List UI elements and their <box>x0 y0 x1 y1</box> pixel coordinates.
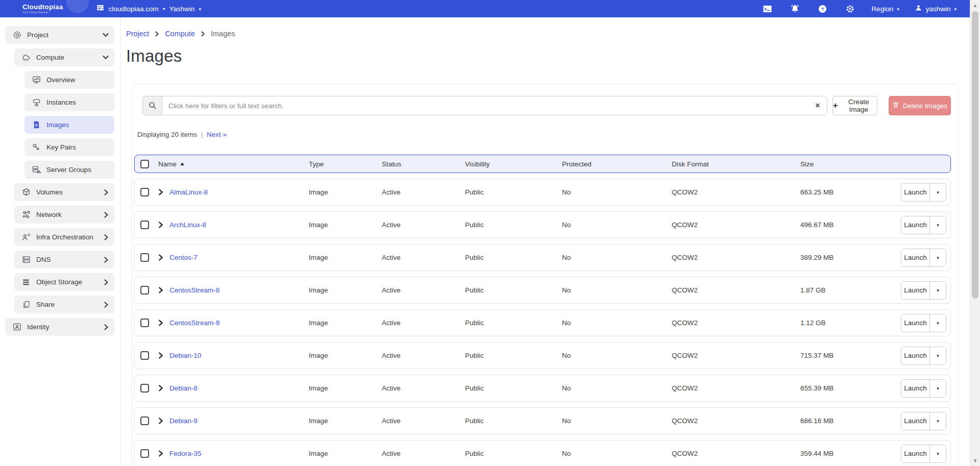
delete-images-button[interactable]: Delete Images <box>889 96 951 115</box>
launch-button[interactable]: Launch <box>901 347 929 364</box>
row-expand-toggle[interactable] <box>158 222 169 228</box>
domain-project-switcher[interactable]: cloudtopiaa.com • Yashwin ▾ <box>96 4 202 14</box>
image-status: Active <box>382 384 465 392</box>
row-expand-toggle[interactable] <box>158 320 169 326</box>
launch-dropdown-toggle[interactable]: ▾ <box>929 282 946 299</box>
sidebar-item-label: DNS <box>36 256 51 263</box>
sidebar-item-instances[interactable]: Instances <box>24 93 114 111</box>
next-page-link[interactable]: Next » <box>207 131 227 138</box>
filter-search-input[interactable] <box>162 96 808 115</box>
sidebar-item-volumes[interactable]: Volumes <box>14 183 114 201</box>
row-expand-toggle[interactable] <box>158 450 169 457</box>
create-image-label: Create Image <box>840 98 877 113</box>
clear-search-button[interactable]: × <box>808 96 827 115</box>
image-name-link[interactable]: ArchLinux-8 <box>169 221 206 229</box>
image-name-link[interactable]: Centos-7 <box>169 254 198 261</box>
launch-button[interactable]: Launch <box>901 412 929 430</box>
table-row: Debian-9 Image Active Public No QCOW2 68… <box>134 407 951 434</box>
launch-button[interactable]: Launch <box>901 380 929 397</box>
launch-dropdown-toggle[interactable]: ▾ <box>929 445 946 462</box>
row-expand-toggle[interactable] <box>158 189 169 195</box>
column-header-name[interactable]: Name <box>158 160 309 168</box>
table-row: Debian-8 Image Active Public No QCOW2 65… <box>134 375 951 402</box>
delete-images-label: Delete Images <box>903 102 947 110</box>
scrollbar-thumb[interactable] <box>972 11 978 299</box>
row-expand-toggle[interactable] <box>158 352 169 359</box>
row-expand-toggle[interactable] <box>158 385 169 391</box>
create-image-button[interactable]: + Create Image <box>832 96 877 115</box>
row-checkbox[interactable] <box>140 286 149 295</box>
launch-dropdown-toggle[interactable]: ▾ <box>929 380 946 397</box>
notifications-bell-icon[interactable] <box>790 4 800 14</box>
launch-button[interactable]: Launch <box>901 445 929 462</box>
table-row: Centos-7 Image Active Public No QCOW2 38… <box>134 244 951 271</box>
row-checkbox[interactable] <box>140 253 149 262</box>
row-checkbox[interactable] <box>140 318 149 327</box>
sidebar-item-network[interactable]: Network <box>14 206 114 224</box>
row-select-cell <box>135 188 158 197</box>
breadcrumb-link-project[interactable]: Project <box>126 30 149 38</box>
region-selector[interactable]: Region ▾ <box>871 5 899 13</box>
image-name-link[interactable]: Fedora-35 <box>169 450 201 457</box>
sidebar-item-dns[interactable]: DNS <box>14 251 114 268</box>
launch-button[interactable]: Launch <box>901 314 929 332</box>
sidebar-item-key-pairs[interactable]: Key Pairs <box>24 138 114 156</box>
row-expand-toggle[interactable] <box>158 418 169 424</box>
launch-dropdown-toggle[interactable]: ▾ <box>929 216 946 234</box>
user-menu[interactable]: yashwin ▾ <box>915 4 957 13</box>
image-protected: No <box>562 254 672 261</box>
image-name-link[interactable]: CentosStream-9 <box>169 319 219 327</box>
image-disk-format: QCOW2 <box>672 384 800 392</box>
launch-button-group: Launch ▾ <box>901 347 946 365</box>
launch-button[interactable]: Launch <box>901 249 929 266</box>
launch-dropdown-toggle[interactable]: ▾ <box>929 347 946 364</box>
sidebar-item-share[interactable]: Share <box>14 296 114 313</box>
sidebar-item-infra-orchestration[interactable]: Infra Orchestration <box>14 228 114 246</box>
console-terminal-icon[interactable] <box>763 5 772 13</box>
select-all-checkbox[interactable] <box>140 160 149 168</box>
scrollbar-up-arrow[interactable]: ▲ <box>970 3 980 8</box>
launch-dropdown-toggle[interactable]: ▾ <box>929 412 946 430</box>
launch-dropdown-toggle[interactable]: ▾ <box>929 249 946 266</box>
items-count-text: Displaying 20 items <box>137 131 197 138</box>
sidebar-item-server-groups[interactable]: Server Groups <box>24 161 114 179</box>
sidebar-item-overview[interactable]: Overview <box>24 71 114 89</box>
launch-button[interactable]: Launch <box>901 282 929 299</box>
row-checkbox[interactable] <box>140 449 149 458</box>
window-scrollbar[interactable]: ▲ ▼ <box>970 0 980 466</box>
help-question-icon[interactable]: ? <box>818 4 827 14</box>
row-expand-toggle[interactable] <box>158 254 169 261</box>
row-expand-toggle[interactable] <box>158 287 169 293</box>
sidebar-item-identity[interactable]: Identity <box>5 318 114 336</box>
image-status: Active <box>382 254 465 261</box>
image-name-link[interactable]: Debian-10 <box>169 352 201 359</box>
row-checkbox[interactable] <box>140 220 149 229</box>
sidebar-item-label: Project <box>27 31 48 39</box>
scrollbar-down-arrow[interactable]: ▼ <box>970 458 980 463</box>
image-disk-format: QCOW2 <box>672 352 800 359</box>
image-name-link[interactable]: Debian-9 <box>169 417 198 425</box>
row-checkbox[interactable] <box>140 416 149 425</box>
image-visibility: Public <box>465 450 562 457</box>
sidebar-item-compute[interactable]: Compute <box>14 48 114 66</box>
sidebar-item-label: Infra Orchestration <box>36 233 93 241</box>
image-visibility: Public <box>465 286 562 294</box>
breadcrumb-link-compute[interactable]: Compute <box>165 30 195 38</box>
image-protected: No <box>562 286 672 294</box>
sidebar-item-images[interactable]: Images <box>24 116 114 134</box>
image-type: Image <box>309 188 382 196</box>
image-name-link[interactable]: AlmaLinux-8 <box>169 188 208 196</box>
row-select-cell <box>135 286 158 295</box>
image-name-link[interactable]: CentosStream-8 <box>169 286 219 294</box>
launch-dropdown-toggle[interactable]: ▾ <box>929 184 946 201</box>
sidebar-item-project[interactable]: Project <box>5 26 114 44</box>
launch-button[interactable]: Launch <box>901 216 929 234</box>
row-checkbox[interactable] <box>140 351 149 360</box>
image-name-link[interactable]: Debian-8 <box>169 384 198 392</box>
row-checkbox[interactable] <box>140 384 149 393</box>
launch-dropdown-toggle[interactable]: ▾ <box>929 314 946 332</box>
launch-button[interactable]: Launch <box>901 184 929 201</box>
settings-gear-icon[interactable] <box>845 4 855 14</box>
row-checkbox[interactable] <box>140 188 149 197</box>
sidebar-item-object-storage[interactable]: Object Storage <box>14 273 114 291</box>
